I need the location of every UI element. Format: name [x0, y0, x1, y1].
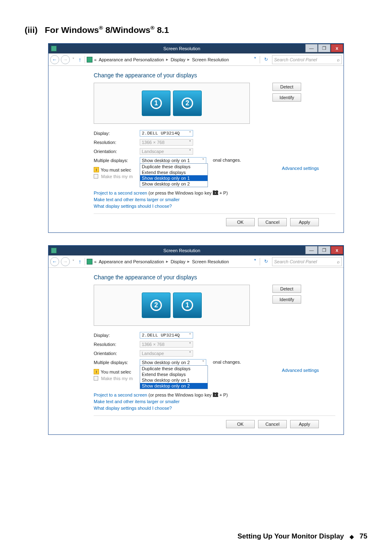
monitor-right[interactable]: 1 — [173, 292, 202, 318]
close-button[interactable]: x — [331, 246, 343, 254]
make-main-checkbox[interactable] — [94, 376, 98, 381]
history-dropdown-icon[interactable]: ˅ — [71, 57, 75, 62]
detect-button[interactable]: Detect — [272, 83, 301, 91]
titlebar[interactable]: Screen Resolution — ❐ x — [48, 44, 344, 53]
make-main-checkbox[interactable] — [94, 174, 98, 179]
forward-button[interactable]: → — [61, 55, 70, 64]
minimize-button[interactable]: — — [305, 246, 318, 254]
orientation-dropdown[interactable]: Landscape — [140, 148, 193, 155]
identify-button[interactable]: Identify — [272, 295, 301, 304]
resolution-label: Resolution: — [94, 140, 140, 145]
orientation-label: Orientation: — [94, 351, 140, 356]
identify-button[interactable]: Identify — [272, 93, 301, 102]
bc-item-2[interactable]: Display — [171, 57, 185, 62]
breadcrumb-dropdown-icon[interactable]: ˅ — [252, 259, 258, 264]
bc-item-3[interactable]: Screen Resolution — [192, 259, 229, 264]
history-dropdown-icon[interactable]: ˅ — [71, 259, 75, 264]
monitor-2[interactable]: 2 — [173, 91, 202, 116]
resolution-dropdown[interactable]: 1366 × 768 — [140, 341, 193, 348]
project-link-hint-2: + P) — [218, 190, 228, 195]
multiple-label: Multiple displays: — [94, 158, 140, 163]
advanced-settings-link[interactable]: Advanced settings — [282, 166, 319, 171]
project-link[interactable]: Project to a second screen — [94, 190, 147, 195]
option-extend[interactable]: Extend these displays — [140, 371, 208, 377]
back-button[interactable]: ← — [50, 257, 59, 266]
bc-item-1[interactable]: Appearance and Personalization — [99, 259, 164, 264]
advanced-settings-link[interactable]: Advanced settings — [282, 368, 319, 373]
make-main-label: Make this my m — [101, 376, 133, 381]
bc-item-1[interactable]: Appearance and Personalization — [99, 57, 164, 62]
refresh-button[interactable]: ↻ — [262, 57, 270, 62]
project-link-row[interactable]: Project to a second screen (or press the… — [94, 392, 335, 397]
windows-key-icon — [213, 190, 218, 195]
project-link-row[interactable]: Project to a second screen (or press the… — [94, 190, 335, 195]
maximize-button[interactable]: ❐ — [318, 44, 330, 52]
breadcrumb-dropdown-icon[interactable]: ˅ — [252, 57, 258, 62]
monitor-1[interactable]: 1 — [142, 91, 171, 116]
maximize-button[interactable]: ❐ — [318, 246, 330, 254]
option-duplicate[interactable]: Duplicate these displays — [140, 366, 208, 371]
refresh-button[interactable]: ↻ — [262, 259, 270, 264]
search-input[interactable]: Search Control Panel ⌕ — [272, 55, 342, 64]
monitor-preview[interactable]: 1 2 — [94, 83, 250, 124]
nav-bar: ← → ˅ ↑ « Appearance and Personalization… — [48, 53, 344, 66]
dropdown-options[interactable]: Duplicate these displays Extend these di… — [140, 163, 208, 187]
ok-button[interactable]: OK — [226, 420, 255, 428]
search-icon: ⌕ — [337, 259, 340, 264]
section-title-end: 8.1 — [154, 25, 169, 35]
ok-button[interactable]: OK — [226, 218, 255, 226]
page-footer: Setting Up Your Monitor Display ◆ 75 — [238, 532, 367, 541]
multiple-displays-dropdown[interactable]: Show desktop only on 1 Duplicate these d… — [140, 157, 206, 164]
cancel-button[interactable]: Cancel — [258, 420, 287, 428]
forward-button[interactable]: → — [61, 257, 70, 266]
option-extend[interactable]: Extend these displays — [140, 169, 208, 175]
apply-button[interactable]: Apply — [290, 218, 319, 226]
footer-diamond-icon: ◆ — [350, 534, 354, 540]
help-link[interactable]: What display settings should I choose? — [94, 204, 335, 209]
project-link-hint-1: (or press the Windows logo key — [147, 190, 213, 195]
back-button[interactable]: ← — [50, 55, 59, 64]
monitor-preview[interactable]: 2 1 — [94, 285, 250, 326]
window-icon — [51, 248, 57, 253]
windows-key-icon — [213, 392, 218, 397]
up-button[interactable]: ↑ — [77, 258, 83, 265]
bc-item-3[interactable]: Screen Resolution — [192, 57, 229, 62]
text-size-link[interactable]: Make text and other items larger or smal… — [94, 197, 335, 202]
warn-prefix: You must selec — [101, 369, 131, 374]
option-duplicate[interactable]: Duplicate these displays — [140, 164, 208, 169]
search-input[interactable]: Search Control Panel ⌕ — [272, 257, 342, 266]
display-label: Display: — [94, 333, 140, 338]
monitor-left[interactable]: 2 — [142, 292, 171, 318]
display-dropdown[interactable]: 2.DELL UP3214Q — [140, 130, 193, 137]
up-button[interactable]: ↑ — [77, 56, 83, 63]
help-link[interactable]: What display settings should I choose? — [94, 406, 335, 411]
option-show-1[interactable]: Show desktop only on 1 — [140, 377, 208, 383]
project-link[interactable]: Project to a second screen — [94, 392, 147, 397]
breadcrumb[interactable]: « Appearance and Personalization ▸ Displ… — [94, 57, 251, 62]
multiple-displays-dropdown[interactable]: Show desktop only on 2 Duplicate these d… — [140, 359, 206, 366]
option-show-2[interactable]: Show desktop only on 2 — [140, 181, 208, 187]
cancel-button[interactable]: Cancel — [258, 218, 287, 226]
text-size-link[interactable]: Make text and other items larger or smal… — [94, 399, 335, 404]
resolution-dropdown[interactable]: 1366 × 768 — [140, 139, 193, 146]
dropdown-options[interactable]: Duplicate these displays Extend these di… — [140, 365, 208, 389]
titlebar[interactable]: Screen Resolution — ❐ x — [48, 246, 344, 255]
option-show-1[interactable]: Show desktop only on 1 — [140, 175, 208, 181]
divider — [85, 56, 85, 63]
orientation-dropdown[interactable]: Landscape — [140, 350, 193, 357]
window-title: Screen Resolution — [58, 46, 305, 51]
display-dropdown[interactable]: 2.DELL UP3214Q — [140, 332, 193, 339]
bc-item-2[interactable]: Display — [171, 259, 185, 264]
warn-prefix: You must selec — [101, 167, 131, 172]
apply-button[interactable]: Apply — [290, 420, 319, 428]
minimize-button[interactable]: — — [305, 44, 318, 52]
divider — [260, 56, 260, 63]
detect-button[interactable]: Detect — [272, 285, 301, 293]
close-button[interactable]: x — [331, 44, 343, 52]
page-number: 75 — [360, 532, 367, 541]
breadcrumb[interactable]: « Appearance and Personalization ▸ Displ… — [94, 259, 251, 264]
warn-suffix: onal changes. — [213, 158, 241, 162]
option-show-2[interactable]: Show desktop only on 2 — [140, 383, 208, 389]
project-link-hint-2: + P) — [218, 392, 228, 397]
multiple-selected: Show desktop only on 1 — [142, 158, 190, 163]
